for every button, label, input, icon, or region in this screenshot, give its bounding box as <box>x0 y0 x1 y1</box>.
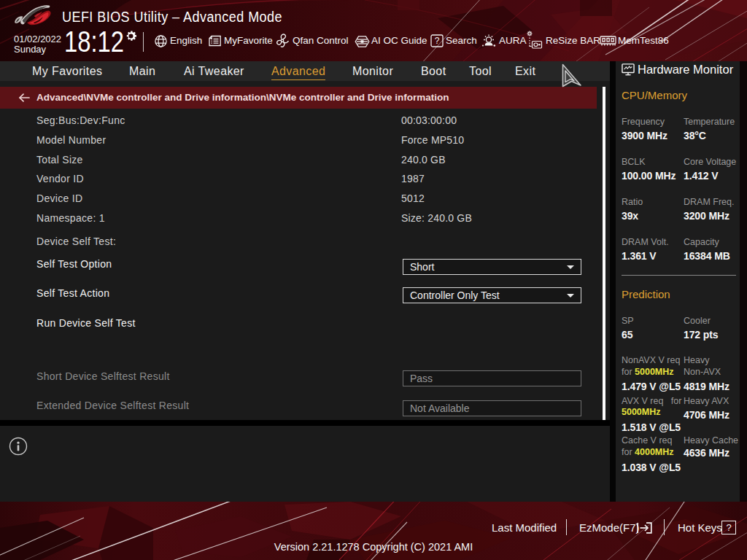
svg-text:?: ? <box>435 36 440 46</box>
